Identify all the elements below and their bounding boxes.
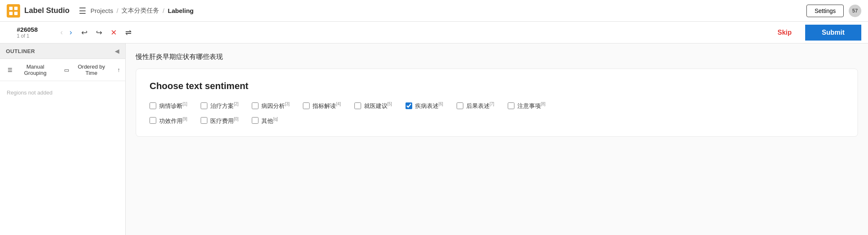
sidebar-toolbar: ☰ Manual Grouping ▭ Ordered by Time ↑ bbox=[0, 59, 125, 81]
delete-icon: ✕ bbox=[111, 28, 117, 37]
checkbox-input-就医建议[interactable] bbox=[354, 102, 361, 109]
breadcrumb-project-name[interactable]: 文本分类任务 bbox=[121, 7, 159, 15]
swap-button[interactable]: ⇌ bbox=[122, 26, 135, 40]
undo-button[interactable]: ↩ bbox=[78, 26, 91, 40]
avatar: 57 bbox=[849, 5, 861, 17]
settings-button[interactable]: Settings bbox=[806, 5, 844, 17]
checkbox-row-1: 病情诊断[1] 治疗方案[2] 病因分析[3] 指标解读[4] bbox=[150, 102, 844, 110]
checkbox-指标解读[interactable]: 指标解读[4] bbox=[303, 102, 341, 110]
delete-button[interactable]: ✕ bbox=[107, 26, 120, 40]
svg-rect-2 bbox=[14, 7, 18, 10]
checkbox-input-功效作用[interactable] bbox=[150, 117, 156, 124]
svg-rect-1 bbox=[9, 7, 13, 10]
item-navigation: #26058 1 of 1 ‹ › bbox=[7, 26, 78, 39]
checkbox-功效作用[interactable]: 功效作用[9] bbox=[150, 117, 187, 125]
checkbox-就医建议[interactable]: 就医建议[5] bbox=[354, 102, 392, 110]
sort-icon[interactable]: ↑ bbox=[117, 66, 120, 73]
header-right: Settings 57 bbox=[806, 5, 861, 17]
redo-icon: ↪ bbox=[96, 28, 102, 37]
breadcrumb-projects[interactable]: Projects bbox=[90, 7, 113, 14]
checkbox-医疗费用[interactable]: 医疗费用[0] bbox=[201, 117, 238, 125]
order-label: Ordered by Time bbox=[71, 64, 111, 76]
svg-rect-0 bbox=[7, 4, 20, 18]
item-info: #26058 1 of 1 bbox=[10, 26, 56, 39]
svg-rect-3 bbox=[9, 12, 13, 15]
item-id: #26058 bbox=[17, 26, 38, 33]
sidebar-collapse-icon[interactable]: ◀ bbox=[115, 48, 119, 54]
toolbar-right: Skip Submit bbox=[764, 25, 861, 41]
logo-area: Label Studio ☰ bbox=[7, 4, 90, 18]
toolbar-tools: ↩ ↪ ✕ ⇌ bbox=[78, 26, 764, 40]
breadcrumb: Projects / 文本分类任务 / Labeling bbox=[90, 7, 806, 15]
content-area: 慢性肝炎早期症状有哪些表现 Choose text sentiment 病情诊断… bbox=[126, 43, 868, 235]
checkbox-input-病因分析[interactable] bbox=[252, 102, 258, 109]
checkbox-row-2: 功效作用[9] 医疗费用[0] 其他[q] bbox=[150, 117, 844, 125]
checkbox-input-其他[interactable] bbox=[252, 117, 258, 124]
order-by-time-button[interactable]: ▭ Ordered by Time bbox=[62, 62, 114, 77]
next-button[interactable]: › bbox=[67, 26, 75, 38]
checkbox-input-医疗费用[interactable] bbox=[201, 117, 207, 124]
breadcrumb-current: Labeling bbox=[168, 7, 194, 14]
item-count: 1 of 1 bbox=[17, 33, 38, 39]
undo-icon: ↩ bbox=[81, 28, 88, 37]
checkbox-其他[interactable]: 其他[q] bbox=[252, 117, 278, 125]
breadcrumb-sep1: / bbox=[116, 7, 118, 14]
regions-empty-text: Regions not added bbox=[0, 81, 125, 104]
main-layout: Outliner ◀ ☰ Manual Grouping ▭ Ordered b… bbox=[0, 43, 868, 235]
checkbox-input-指标解读[interactable] bbox=[303, 102, 310, 109]
sidebar-header: Outliner ◀ bbox=[0, 43, 125, 59]
svg-rect-4 bbox=[14, 12, 18, 15]
checkbox-input-疾病表述[interactable] bbox=[406, 102, 412, 109]
logo-icon bbox=[7, 4, 20, 18]
checkbox-input-病情诊断[interactable] bbox=[150, 102, 156, 109]
checkbox-grid: 病情诊断[1] 治疗方案[2] 病因分析[3] 指标解读[4] bbox=[150, 102, 844, 125]
redo-button[interactable]: ↪ bbox=[93, 26, 106, 40]
checkbox-治疗方案[interactable]: 治疗方案[2] bbox=[201, 102, 238, 110]
app-header: Label Studio ☰ Projects / 文本分类任务 / Label… bbox=[0, 0, 868, 22]
checkbox-疾病表述[interactable]: 疾病表述[6] bbox=[406, 102, 443, 110]
swap-icon: ⇌ bbox=[125, 28, 132, 37]
checkbox-病因分析[interactable]: 病因分析[3] bbox=[252, 102, 289, 110]
checkbox-后果表述[interactable]: 后果表述[7] bbox=[457, 102, 494, 110]
sidebar-title: Outliner bbox=[6, 48, 35, 54]
order-icon: ▭ bbox=[64, 67, 69, 73]
breadcrumb-sep2: / bbox=[163, 7, 164, 14]
app-title: Label Studio bbox=[24, 6, 70, 15]
manual-grouping-button[interactable]: ☰ Manual Grouping bbox=[5, 62, 58, 77]
sidebar: Outliner ◀ ☰ Manual Grouping ▭ Ordered b… bbox=[0, 43, 126, 235]
question-text: 慢性肝炎早期症状有哪些表现 bbox=[136, 52, 858, 62]
prev-button[interactable]: ‹ bbox=[58, 26, 65, 38]
grouping-label: Manual Grouping bbox=[15, 64, 56, 76]
hamburger-icon[interactable]: ☰ bbox=[79, 6, 86, 16]
grouping-icon: ☰ bbox=[8, 67, 13, 73]
sentiment-card: Choose text sentiment 病情诊断[1] 治疗方案[2] 病因… bbox=[136, 69, 858, 137]
toolbar: #26058 1 of 1 ‹ › ↩ ↪ ✕ ⇌ Skip Submit bbox=[0, 22, 868, 43]
submit-button[interactable]: Submit bbox=[805, 25, 861, 41]
checkbox-注意事项[interactable]: 注意事项[8] bbox=[508, 102, 545, 110]
skip-button[interactable]: Skip bbox=[764, 26, 805, 40]
checkbox-input-治疗方案[interactable] bbox=[201, 102, 207, 109]
checkbox-病情诊断[interactable]: 病情诊断[1] bbox=[150, 102, 187, 110]
checkbox-input-注意事项[interactable] bbox=[508, 102, 514, 109]
checkbox-input-后果表述[interactable] bbox=[457, 102, 463, 109]
sentiment-card-title: Choose text sentiment bbox=[150, 81, 844, 92]
